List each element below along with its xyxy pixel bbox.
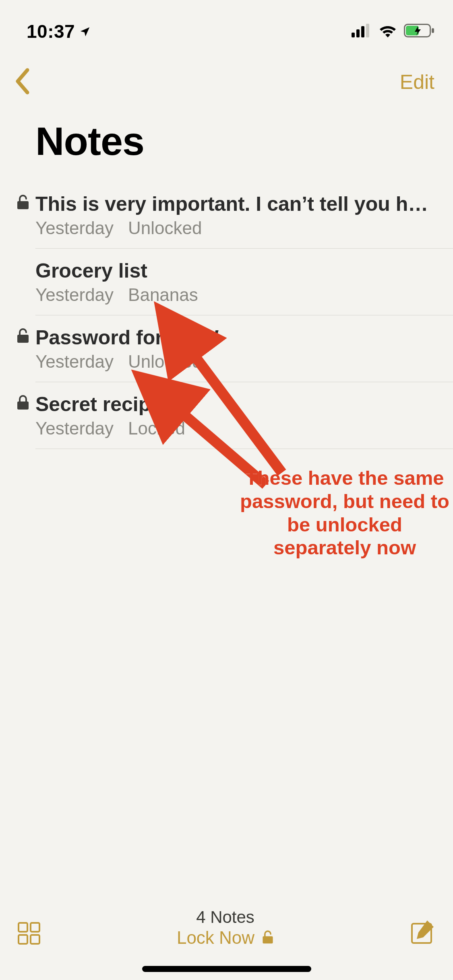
- note-row[interactable]: Grocery list Yesterday Bananas: [0, 249, 453, 315]
- status-bar: 10:37: [0, 0, 453, 44]
- svg-rect-6: [432, 28, 434, 33]
- compose-button[interactable]: [409, 918, 437, 948]
- lock-now-button[interactable]: Lock Now: [177, 928, 274, 948]
- edit-button[interactable]: Edit: [400, 70, 439, 94]
- svg-rect-1: [356, 29, 360, 37]
- svg-rect-7: [17, 201, 29, 209]
- svg-rect-15: [31, 935, 39, 944]
- notes-count-label: 4 Notes: [177, 908, 274, 927]
- lock-now-label: Lock Now: [177, 928, 254, 948]
- svg-rect-13: [31, 923, 39, 932]
- svg-rect-9: [17, 401, 29, 410]
- note-row[interactable]: This is very important. I can’t tell you…: [0, 182, 453, 249]
- nav-bar: Edit: [0, 44, 453, 101]
- svg-rect-3: [366, 24, 369, 37]
- svg-rect-2: [361, 26, 364, 37]
- svg-rect-12: [19, 923, 27, 932]
- annotation-text: These have the same password, but need t…: [240, 467, 449, 560]
- battery-charging-icon: [404, 23, 435, 40]
- note-preview: Unlocked: [128, 352, 202, 372]
- chevron-left-icon: [14, 68, 31, 95]
- lock-open-icon: [10, 326, 35, 344]
- back-button[interactable]: [14, 68, 31, 97]
- svg-rect-0: [352, 33, 355, 37]
- note-preview: Unlocked: [128, 218, 202, 238]
- note-preview: Bananas: [128, 285, 198, 305]
- wifi-icon: [378, 24, 397, 39]
- note-date: Yesterday: [35, 418, 114, 439]
- status-time: 10:37: [27, 21, 75, 42]
- cellular-signal-icon: [352, 24, 372, 39]
- lock-closed-icon: [10, 393, 35, 410]
- page-title: Notes: [0, 101, 453, 182]
- notes-list: This is very important. I can’t tell you…: [0, 182, 453, 449]
- lock-open-icon: [10, 192, 35, 210]
- note-row[interactable]: Secret recipe Yesterday Locked: [0, 382, 453, 449]
- note-date: Yesterday: [35, 352, 114, 372]
- svg-rect-16: [263, 936, 273, 943]
- grid-icon: [16, 920, 42, 946]
- note-title: Secret recipe: [35, 393, 439, 416]
- note-row[interactable]: Password for WoW Yesterday Unlocked: [0, 315, 453, 382]
- note-preview: Locked: [128, 418, 185, 439]
- home-indicator[interactable]: [142, 966, 311, 972]
- note-title: Grocery list: [35, 259, 439, 282]
- location-arrow-icon: [79, 21, 91, 42]
- compose-icon: [409, 918, 437, 946]
- note-date: Yesterday: [35, 285, 114, 305]
- status-right: [352, 23, 435, 40]
- note-title: This is very important. I can’t tell you…: [35, 192, 439, 216]
- note-date: Yesterday: [35, 218, 114, 238]
- folders-grid-button[interactable]: [16, 920, 42, 948]
- note-title: Password for WoW: [35, 326, 439, 349]
- svg-rect-14: [19, 935, 27, 944]
- status-left: 10:37: [27, 21, 91, 42]
- lock-open-icon: [262, 930, 274, 946]
- svg-rect-8: [17, 335, 29, 343]
